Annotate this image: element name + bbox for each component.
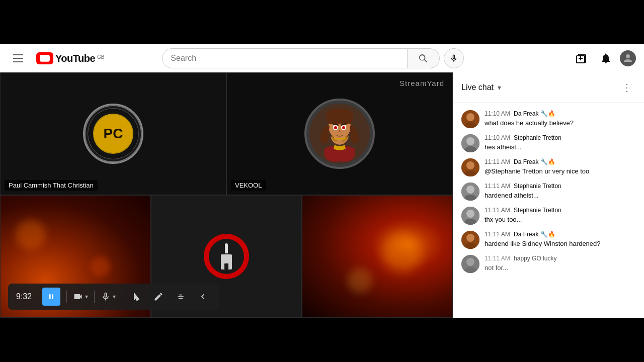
chat-messages[interactable]: 11:10 AM Da Freak 🔧🔥 what does he actual… bbox=[453, 103, 644, 318]
collapse-icon bbox=[198, 292, 208, 302]
chat-title-area[interactable]: Live chat ▾ bbox=[461, 83, 501, 92]
header-left: YouTube GB bbox=[8, 48, 105, 68]
youtube-icon bbox=[36, 52, 53, 64]
message-content-6: 11:11 AM Da Freak 🔧🔥 hardend like Sidney… bbox=[485, 231, 636, 249]
camera-dropdown-arrow: ▾ bbox=[85, 293, 88, 300]
message-text-7: not for... bbox=[485, 263, 636, 273]
svg-point-7 bbox=[334, 126, 337, 129]
mic-ctrl-icon bbox=[101, 292, 111, 302]
pointer-icon bbox=[131, 292, 141, 302]
main-content: PC Paul Cammish That Christian bbox=[0, 72, 644, 318]
chat-message: 11:10 AM Stephanie Tretton hes atheist..… bbox=[453, 131, 644, 155]
message-meta-3: 11:11 AM Da Freak 🔧🔥 bbox=[485, 158, 636, 165]
chat-avatar bbox=[461, 183, 479, 201]
pause-icon bbox=[47, 293, 55, 301]
svg-point-10 bbox=[466, 113, 474, 121]
message-meta-1: 11:10 AM Da Freak 🔧🔥 bbox=[485, 110, 636, 117]
time-display: 9:32 bbox=[16, 292, 36, 301]
video-area: PC Paul Cammish That Christian bbox=[0, 72, 453, 318]
clear-button[interactable] bbox=[173, 289, 189, 305]
top-row: PC Paul Cammish That Christian bbox=[0, 72, 453, 195]
draw-button[interactable] bbox=[150, 289, 167, 305]
pc-initials: PC bbox=[93, 114, 133, 154]
create-icon bbox=[576, 52, 588, 64]
chat-more-button[interactable]: ⋮ bbox=[618, 78, 636, 97]
chat-avatar bbox=[461, 231, 479, 249]
message-content-2: 11:10 AM Stephanie Tretton hes atheist..… bbox=[485, 134, 636, 152]
header-right bbox=[572, 48, 636, 68]
voice-search-button[interactable] bbox=[444, 48, 464, 68]
controls-separator-2 bbox=[94, 291, 95, 303]
vekool-cell: VEKOOL StreamYard bbox=[226, 72, 453, 195]
message-content-7: 11:11 AM happy GO lucky not for... bbox=[485, 255, 636, 273]
chat-message: 11:11 AM Da Freak 🔧🔥 @Stephanie Tretton … bbox=[453, 155, 644, 179]
bottom-right-cell bbox=[302, 195, 453, 318]
pause-button[interactable] bbox=[42, 288, 60, 306]
streamyard-watermark: StreamYard bbox=[399, 79, 444, 87]
opera-logo bbox=[204, 234, 249, 279]
message-text-5: thx you too... bbox=[485, 215, 636, 225]
tower-icon bbox=[221, 243, 232, 269]
search-icon bbox=[419, 53, 429, 63]
avatar-dafreak-2 bbox=[461, 158, 479, 176]
message-text-2: hes atheist... bbox=[485, 142, 636, 152]
chat-avatar bbox=[461, 207, 479, 225]
avatar-dafreak-1 bbox=[461, 110, 479, 128]
chat-panel: Live chat ▾ ⋮ 11:10 AM Da Frea bbox=[453, 72, 644, 318]
message-text-3: @Stephanie Tretton ur very nice too bbox=[485, 166, 636, 176]
message-text-1: what does he actually believe? bbox=[485, 118, 636, 128]
create-button[interactable] bbox=[572, 48, 592, 68]
avatar-happy bbox=[461, 255, 479, 273]
chat-avatar bbox=[461, 110, 479, 128]
opera-logo-container bbox=[204, 234, 249, 279]
message-meta-2: 11:10 AM Stephanie Tretton bbox=[485, 134, 636, 141]
hamburger-button[interactable] bbox=[8, 48, 28, 68]
hamburger-icon bbox=[11, 52, 25, 64]
svg-point-18 bbox=[466, 210, 474, 218]
message-content-4: 11:11 AM Stephanie Tretton hardened athe… bbox=[485, 183, 636, 201]
fire-bokeh-right bbox=[302, 196, 452, 317]
video-controls: 9:32 ▾ bbox=[8, 284, 219, 310]
search-input[interactable] bbox=[163, 54, 407, 63]
message-text-6: hardend like Sidney Winston hardened? bbox=[485, 239, 636, 249]
message-text-4: hardened atheist... bbox=[485, 191, 636, 201]
svg-point-14 bbox=[466, 161, 474, 169]
avatar-stephanie-2 bbox=[461, 183, 479, 201]
message-content-3: 11:11 AM Da Freak 🔧🔥 @Stephanie Tretton … bbox=[485, 158, 636, 176]
controls-separator-1 bbox=[66, 291, 67, 303]
mic-dropdown-arrow: ▾ bbox=[113, 293, 116, 300]
account-button[interactable] bbox=[620, 50, 636, 66]
notifications-button[interactable] bbox=[596, 48, 616, 68]
chat-chevron-icon: ▾ bbox=[498, 83, 501, 92]
paul-cell: PC Paul Cammish That Christian bbox=[0, 72, 226, 195]
message-content-5: 11:11 AM Stephanie Tretton thx you too..… bbox=[485, 207, 636, 225]
video-grid: PC Paul Cammish That Christian bbox=[0, 72, 453, 318]
svg-point-8 bbox=[342, 126, 345, 129]
chat-header: Live chat ▾ ⋮ bbox=[453, 72, 644, 103]
vekool-avatar-svg bbox=[309, 104, 370, 164]
youtube-country: GB bbox=[97, 54, 104, 60]
pointer-button[interactable] bbox=[128, 289, 144, 305]
vekool-avatar bbox=[304, 99, 375, 169]
camera-icon bbox=[73, 292, 83, 302]
svg-point-22 bbox=[466, 258, 474, 266]
youtube-logo[interactable]: YouTube GB bbox=[36, 52, 105, 64]
broom-icon bbox=[176, 292, 186, 302]
message-meta-4: 11:11 AM Stephanie Tretton bbox=[485, 183, 636, 190]
camera-dropdown[interactable]: ▾ bbox=[73, 292, 88, 302]
pc-logo: PC bbox=[83, 104, 143, 164]
chat-avatar bbox=[461, 134, 479, 152]
youtube-text: YouTube bbox=[55, 53, 95, 64]
collapse-button[interactable] bbox=[195, 289, 211, 305]
chat-message: 11:11 AM Da Freak 🔧🔥 hardend like Sidney… bbox=[453, 228, 644, 252]
search-button[interactable] bbox=[408, 48, 440, 68]
chat-message: 11:11 AM happy GO lucky not for... bbox=[453, 252, 644, 276]
svg-point-16 bbox=[466, 186, 474, 194]
message-meta-5: 11:11 AM Stephanie Tretton bbox=[485, 207, 636, 214]
svg-point-12 bbox=[466, 137, 474, 145]
chat-message: 11:10 AM Da Freak 🔧🔥 what does he actual… bbox=[453, 107, 644, 131]
message-content-1: 11:10 AM Da Freak 🔧🔥 what does he actual… bbox=[485, 110, 636, 128]
mic-dropdown[interactable]: ▾ bbox=[101, 292, 116, 302]
chat-message: 11:11 AM Stephanie Tretton thx you too..… bbox=[453, 204, 644, 228]
paul-name-overlay: Paul Cammish That Christian bbox=[5, 180, 98, 191]
